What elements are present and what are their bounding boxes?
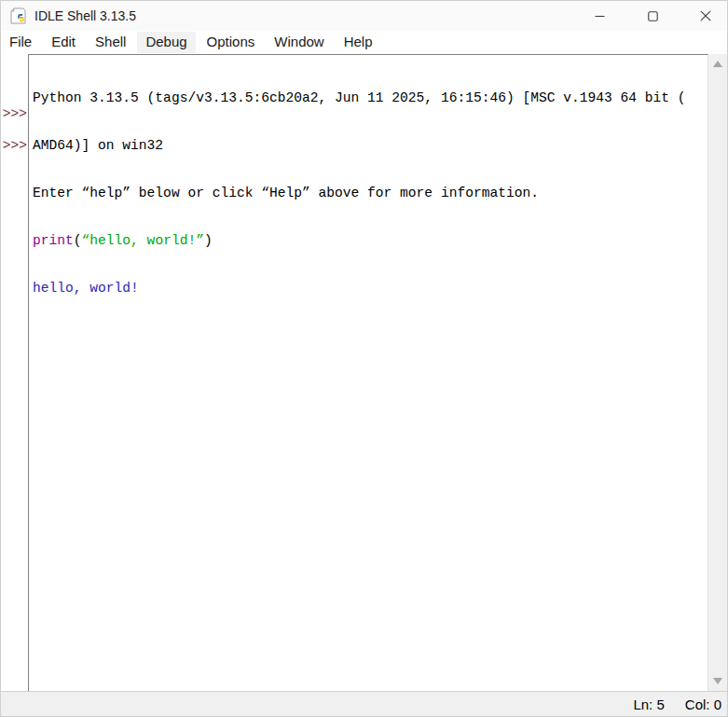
banner-text-2: AMD64)] on win32 [33,138,163,153]
close-icon [700,10,711,21]
prompt-row-empty [1,75,27,90]
status-bar: Ln: 5 Col: 0 [1,691,727,716]
status-column-indicator: Col: 0 [685,696,721,712]
idle-shell-window: { "window": { "title": "IDLE Shell 3.13.… [0,0,728,717]
maximize-icon [648,11,658,21]
code-paren-open: ( [74,233,82,248]
banner-line-1: Python 3.13.5 (tags/v3.13.5:6cb20a2, Jun… [33,90,706,106]
stdout-text: hello, world! [33,281,139,296]
prompt-row-empty [1,90,27,106]
maximize-button[interactable] [631,1,674,31]
vertical-scrollbar[interactable] [708,54,727,691]
shell-text-area[interactable]: Python 3.13.5 (tags/v3.13.5:6cb20a2, Jun… [29,55,707,691]
prompt-row-empty [1,59,27,75]
code-builtin: print [33,233,74,248]
scroll-down-button[interactable] [708,673,727,689]
menu-help[interactable]: Help [336,32,381,53]
code-paren-close: ) [204,233,213,248]
close-button[interactable] [684,1,727,31]
banner-line-2: AMD64)] on win32 [33,138,706,154]
prompt-row-empty [1,122,27,138]
banner-line-3: Enter “help” below or click “Help” above… [33,186,706,201]
scroll-up-icon [713,61,722,67]
idle-app-icon [10,7,26,24]
code-input-line: print(“hello, world!”) [33,233,706,249]
minimize-icon [595,11,605,21]
minimize-button[interactable] [578,1,621,31]
title-bar[interactable]: IDLE Shell 3.13.5 [1,1,727,31]
output-line: hello, world! [33,281,706,296]
banner-text-1: Python 3.13.5 (tags/v3.13.5:6cb20a2, Jun… [33,90,686,105]
current-input-line [33,328,706,344]
menu-debug[interactable]: Debug [137,32,195,53]
shell-prompt: >>> [1,106,27,122]
scroll-up-button[interactable] [708,56,727,72]
menu-shell[interactable]: Shell [87,32,134,53]
banner-text-3: Enter “help” below or click “Help” above… [33,186,539,200]
status-line-indicator: Ln: 5 [633,696,664,712]
menu-options[interactable]: Options [199,32,264,53]
menu-window[interactable]: Window [266,32,332,53]
shell-prompt-sidebar: >>> >>> [1,55,28,690]
window-title: IDLE Shell 3.13.5 [34,8,136,23]
shell-text-frame: Python 3.13.5 (tags/v3.13.5:6cb20a2, Jun… [28,54,708,691]
menu-file[interactable]: File [1,32,40,53]
menu-bar: File Edit Shell Debug Options Window Hel… [1,31,727,54]
scroll-down-icon [713,678,722,684]
shell-prompt: >>> [1,138,27,154]
window-controls [578,1,727,31]
menu-edit[interactable]: Edit [43,32,84,53]
code-string: “hello, world!” [82,233,204,248]
